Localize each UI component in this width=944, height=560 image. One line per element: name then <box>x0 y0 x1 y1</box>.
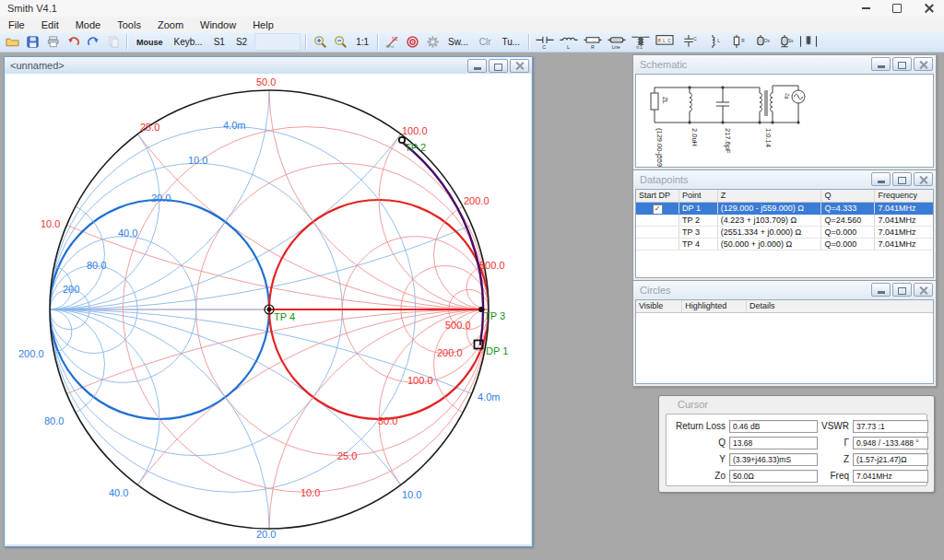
marker-tp4[interactable] <box>267 308 272 312</box>
start-dp-cell[interactable] <box>636 215 679 226</box>
minimize-button[interactable] <box>871 172 891 186</box>
close-button[interactable] <box>913 0 944 17</box>
datapoint-row[interactable]: TP 3(2551.334 + j0.000) ΩQ=0.0007.041MHz <box>636 227 933 239</box>
zoom-out-button[interactable] <box>331 33 349 52</box>
redo-button[interactable] <box>84 33 102 52</box>
zoom-reset-button[interactable]: 1:1 <box>351 33 373 52</box>
schematic-title: Schematic <box>640 59 687 70</box>
shunt-inductor-button[interactable]: L <box>702 33 724 52</box>
maximize-button[interactable] <box>489 59 508 73</box>
schematic-titlebar[interactable]: Schematic <box>633 55 936 73</box>
series-capacitor-button[interactable]: C <box>534 33 556 52</box>
cursor-freq-value[interactable]: 7.041MHz <box>853 470 928 483</box>
shunt-resistor-button[interactable]: R <box>726 33 748 52</box>
close-button[interactable] <box>914 283 933 297</box>
shunt-r-icon: R <box>726 34 747 50</box>
minimize-button[interactable] <box>467 59 487 73</box>
transformer-tapped-button[interactable] <box>797 33 820 52</box>
cursor-vswr-value[interactable]: 37.73 :1 <box>853 420 928 433</box>
open-button[interactable] <box>3 33 21 52</box>
column-header-start-dp[interactable]: Start DP <box>636 190 679 202</box>
settings-button[interactable] <box>423 33 442 52</box>
start-dp-checkbox[interactable]: ✓ <box>653 204 663 214</box>
column-header-details[interactable]: Details <box>747 300 933 312</box>
schematic-body[interactable]: ZLZg(129.00-j5592.0uH217.6pF1:0.14 <box>635 74 934 168</box>
s2-button[interactable]: S2 <box>231 33 252 52</box>
shunt-capacitor[interactable] <box>716 88 729 122</box>
cursor-return-loss-value[interactable]: 0.46 dB <box>729 420 818 433</box>
series-inductor-button[interactable]: L <box>558 33 580 52</box>
menu-edit[interactable]: Edit <box>33 17 67 32</box>
zoom-reset-label: 1:1 <box>352 37 372 47</box>
cursor-y-value[interactable]: (3.39+j46.33)mS <box>729 453 818 466</box>
copy-button[interactable] <box>104 33 123 52</box>
column-header-highlighted[interactable]: Highlighted <box>682 300 747 312</box>
transformer-button[interactable]: n:1 <box>630 33 652 52</box>
smith-chart-canvas[interactable]: 50.025.010.0100.0200.0500.0500.0200.0100… <box>6 74 531 544</box>
cursor-z-value[interactable]: (1.57-j21.47)Ω <box>853 453 928 466</box>
maximize-button[interactable] <box>892 57 912 71</box>
start-dp-cell[interactable] <box>636 227 679 238</box>
clear-button[interactable]: Clr <box>475 33 496 52</box>
minimize-button[interactable] <box>850 0 881 17</box>
circles-titlebar[interactable]: Circles <box>633 281 936 298</box>
transformer[interactable] <box>760 86 798 122</box>
minimize-button[interactable] <box>871 283 891 297</box>
column-header-z[interactable]: Z <box>718 190 822 202</box>
target-button[interactable] <box>403 33 421 52</box>
menu-file[interactable]: File <box>0 17 33 32</box>
series-resistor-button[interactable]: R <box>582 33 604 52</box>
maximize-button[interactable] <box>881 0 913 17</box>
tune-button[interactable]: Tu... <box>498 33 525 52</box>
copy-icon <box>107 35 121 49</box>
cursor-zo-value[interactable]: 50.0Ω <box>729 470 818 483</box>
maximize-button[interactable] <box>892 283 912 297</box>
s1-button[interactable]: S1 <box>209 33 230 52</box>
smith-chart-window: <unnamed> 50.025.010.0100.0200.0500.0500… <box>4 56 533 547</box>
rlc-network-button[interactable]: RLC <box>654 33 676 52</box>
transmission-line-button[interactable]: Line <box>606 33 628 52</box>
start-dp-cell[interactable]: ✓ <box>636 203 679 214</box>
smith-chart-titlebar[interactable]: <unnamed> <box>5 57 532 74</box>
datapoint-row[interactable]: TP 4(50.000 + j0.000) ΩQ=0.0007.041MHz <box>636 239 933 251</box>
column-header-point[interactable]: Point <box>679 190 718 202</box>
short-stub-button[interactable]: Ss <box>773 33 796 52</box>
cursor-q-value[interactable]: 13.68 <box>729 437 818 449</box>
datapoints-titlebar[interactable]: Datapoints <box>633 170 936 188</box>
smith-chart[interactable]: 50.025.010.0100.0200.0500.0500.0200.0100… <box>6 74 531 544</box>
menu-help[interactable]: Help <box>244 17 282 32</box>
minimize-button[interactable] <box>871 57 891 71</box>
open-stub-button[interactable]: Os <box>749 33 772 52</box>
load-impedance[interactable] <box>651 93 658 110</box>
close-button[interactable] <box>510 59 529 73</box>
column-header-visible[interactable]: Visible <box>636 300 682 312</box>
keyboard-mode-button[interactable]: Keyb... <box>170 33 207 52</box>
datapoint-row[interactable]: ✓DP 1(129.000 - j559.000) ΩQ=4.3337.041M… <box>636 203 933 215</box>
shunt-inductor[interactable] <box>690 88 691 122</box>
column-header-frequency[interactable]: Frequency <box>875 190 933 202</box>
menu-window[interactable]: Window <box>192 17 244 32</box>
shunt-capacitor-button[interactable]: C <box>678 33 700 52</box>
q-cell: Q=0.000 <box>821 239 875 250</box>
grid-label-red: 10.0 <box>41 218 60 229</box>
mouse-mode-button[interactable]: Mouse <box>132 33 168 52</box>
datapoint-row[interactable]: TP 2(4.223 + j103.709) ΩQ=24.5607.041MHz <box>636 215 933 227</box>
menu-mode[interactable]: Mode <box>67 17 110 32</box>
circles-table: VisibleHighlightedDetails <box>636 300 933 313</box>
close-button[interactable] <box>914 57 933 71</box>
q-cell: Q=0.000 <box>821 227 875 238</box>
maximize-button[interactable] <box>892 172 912 186</box>
column-header-q[interactable]: Q <box>821 190 875 202</box>
save-button[interactable] <box>23 33 41 52</box>
zoom-in-button[interactable] <box>311 33 329 52</box>
print-button[interactable] <box>43 33 62 52</box>
cursor-gamma-value[interactable]: 0.948 / -133.488 ° <box>853 437 928 449</box>
undo-button[interactable] <box>64 33 82 52</box>
start-dp-cell[interactable] <box>636 239 679 250</box>
sweep-button[interactable]: Sw... <box>443 33 473 52</box>
datapoints-header-row: Start DPPointZQFrequency <box>636 190 933 203</box>
menu-zoom[interactable]: Zoom <box>149 17 192 32</box>
sc-npst-button[interactable]: SCNPst <box>383 33 401 52</box>
close-button[interactable] <box>914 172 933 186</box>
menu-tools[interactable]: Tools <box>109 17 149 32</box>
